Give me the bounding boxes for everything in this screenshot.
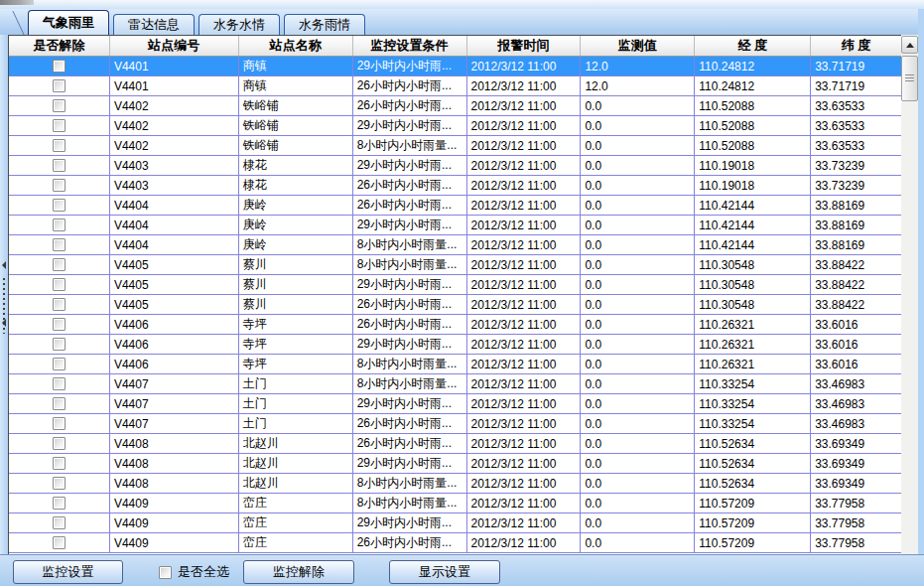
dismiss-checkbox[interactable] (53, 258, 66, 271)
table-row[interactable]: V4407 土门 26小时内小时雨... 2012/3/12 11:00 0.0… (9, 414, 901, 434)
condition-cell: 26小时内小时雨... (353, 434, 467, 453)
dismiss-checkbox[interactable] (53, 477, 66, 490)
table-row[interactable]: V4403 棣花 26小时内小时雨... 2012/3/12 11:00 0.0… (9, 176, 901, 196)
dismiss-checkbox[interactable] (53, 318, 66, 331)
longitude-cell: 110.52634 (695, 474, 811, 493)
latitude-cell: 33.73239 (811, 156, 901, 175)
tab-weather-rainfall[interactable]: 气象雨里 (28, 10, 109, 35)
table-row[interactable]: V4406 寺坪 8小时内小时雨量... 2012/3/12 11:00 0.0… (9, 355, 901, 374)
table-row[interactable]: V4406 寺坪 29小时内小时雨... 2012/3/12 11:00 0.0… (9, 335, 901, 355)
display-settings-button[interactable]: 显示设置 (389, 560, 500, 584)
table-row[interactable]: V4406 寺坪 26小时内小时雨... 2012/3/12 11:00 0.0… (9, 315, 901, 335)
table-row[interactable]: V4409 峦庄 29小时内小时雨... 2012/3/12 11:00 0.0… (9, 513, 901, 533)
monitor-release-button[interactable]: 监控解除 (243, 560, 354, 584)
table-row[interactable]: V4402 铁峪铺 26小时内小时雨... 2012/3/12 11:00 0.… (9, 96, 901, 116)
latitude-cell: 33.77958 (811, 494, 901, 513)
alarm-time-cell: 2012/3/12 11:00 (467, 235, 582, 254)
condition-cell: 26小时内小时雨... (353, 315, 467, 334)
col-header-longitude[interactable]: 经 度 (695, 36, 811, 56)
table-row[interactable]: V4404 庚岭 8小时内小时雨量... 2012/3/12 11:00 0.0… (9, 235, 901, 255)
alarm-time-cell: 2012/3/12 11:00 (467, 136, 582, 155)
station-name-cell: 峦庄 (239, 513, 353, 532)
col-header-latitude[interactable]: 纬 度 (811, 36, 901, 56)
value-cell: 0.0 (581, 96, 695, 115)
dismiss-checkbox[interactable] (53, 358, 66, 370)
dismiss-cell (9, 374, 110, 393)
table-row[interactable]: V4404 庚岭 29小时内小时雨... 2012/3/12 11:00 0.0… (9, 216, 901, 235)
longitude-cell: 110.52088 (695, 136, 811, 155)
longitude-cell: 110.52088 (695, 116, 811, 135)
dismiss-cell (9, 414, 110, 433)
tab-radar-info[interactable]: 雷达信息 (113, 14, 195, 35)
dismiss-cell (9, 494, 110, 513)
col-header-station-id[interactable]: 站点编号 (110, 36, 239, 56)
dismiss-checkbox[interactable] (53, 119, 66, 132)
table-row[interactable]: V4402 铁峪铺 8小时内小时雨量... 2012/3/12 11:00 0.… (9, 136, 901, 156)
table-row[interactable]: V4401 商镇 26小时内小时雨... 2012/3/12 11:00 12.… (9, 76, 901, 96)
vertical-scrollbar[interactable] (901, 35, 918, 554)
table-row[interactable]: V4405 蔡川 26小时内小时雨... 2012/3/12 11:00 0.0… (9, 295, 901, 315)
dismiss-checkbox[interactable] (53, 60, 66, 73)
table-row[interactable]: V4405 蔡川 8小时内小时雨量... 2012/3/12 11:00 0.0… (9, 255, 901, 275)
collapse-left-icon[interactable] (2, 319, 6, 327)
tab-rain-condition[interactable]: 水务雨情 (284, 14, 365, 35)
dismiss-checkbox[interactable] (53, 179, 66, 192)
station-name-cell: 土门 (239, 394, 353, 413)
scrollbar-thumb[interactable] (901, 56, 918, 101)
alarm-time-cell: 2012/3/12 11:00 (467, 374, 582, 393)
dismiss-checkbox[interactable] (53, 298, 66, 311)
select-all-checkbox[interactable] (159, 566, 172, 579)
scroll-up-button[interactable] (901, 36, 918, 54)
dismiss-checkbox[interactable] (53, 238, 66, 251)
longitude-cell: 110.42144 (695, 235, 811, 254)
table-row[interactable]: V4403 棣花 29小时内小时雨... 2012/3/12 11:00 0.0… (9, 156, 901, 176)
dismiss-cell (9, 216, 110, 234)
dismiss-checkbox[interactable] (53, 497, 66, 510)
up-arrow-icon (906, 43, 914, 48)
dismiss-checkbox[interactable] (53, 199, 66, 212)
table-row[interactable]: V4409 峦庄 8小时内小时雨量... 2012/3/12 11:00 0.0… (9, 494, 901, 513)
dismiss-checkbox[interactable] (53, 457, 66, 470)
dismiss-checkbox[interactable] (53, 437, 66, 450)
dismiss-checkbox[interactable] (53, 377, 66, 390)
dismiss-checkbox[interactable] (53, 516, 66, 529)
table-row[interactable]: V4402 铁峪铺 29小时内小时雨... 2012/3/12 11:00 0.… (9, 116, 901, 136)
dismiss-checkbox[interactable] (53, 99, 66, 112)
longitude-cell: 110.33254 (695, 414, 811, 433)
dismiss-checkbox[interactable] (53, 278, 66, 291)
table-row[interactable]: V4404 庚岭 26小时内小时雨... 2012/3/12 11:00 0.0… (9, 196, 901, 216)
value-cell: 0.0 (581, 176, 695, 195)
table-row[interactable]: V4408 北赵川 8小时内小时雨量... 2012/3/12 11:00 0.… (9, 474, 901, 494)
dismiss-checkbox[interactable] (53, 79, 66, 92)
table-row[interactable]: V4401 商镇 29小时内小时雨... 2012/3/12 11:00 12.… (9, 57, 901, 76)
dismiss-checkbox[interactable] (53, 219, 66, 231)
table-row[interactable]: V4408 北赵川 29小时内小时雨... 2012/3/12 11:00 0.… (9, 454, 901, 474)
table-row[interactable]: V4408 北赵川 26小时内小时雨... 2012/3/12 11:00 0.… (9, 434, 901, 454)
col-header-dismiss[interactable]: 是否解除 (9, 36, 110, 56)
dismiss-checkbox[interactable] (53, 536, 66, 549)
monitor-settings-button[interactable]: 监控设置 (13, 560, 123, 584)
collapse-left-icon[interactable] (2, 261, 6, 269)
col-header-station-name[interactable]: 站点名称 (239, 36, 353, 56)
table-row[interactable]: V4407 土门 29小时内小时雨... 2012/3/12 11:00 0.0… (9, 394, 901, 414)
latitude-cell: 33.63533 (811, 116, 901, 135)
table-row[interactable]: V4405 蔡川 29小时内小时雨... 2012/3/12 11:00 0.0… (9, 275, 901, 295)
window-right-frame (918, 9, 924, 586)
col-header-value[interactable]: 监测值 (581, 36, 695, 56)
dismiss-checkbox[interactable] (53, 417, 66, 430)
dismiss-checkbox[interactable] (53, 139, 66, 152)
dismiss-checkbox[interactable] (53, 159, 66, 172)
alarm-time-cell: 2012/3/12 11:00 (467, 96, 582, 115)
value-cell: 0.0 (581, 355, 695, 373)
tab-water-condition[interactable]: 水务水情 (198, 14, 280, 35)
dismiss-checkbox[interactable] (53, 338, 66, 351)
station-id-cell: V4402 (110, 136, 239, 155)
dismiss-checkbox[interactable] (53, 397, 66, 410)
longitude-cell: 110.30548 (695, 255, 811, 274)
value-cell: 0.0 (581, 454, 695, 473)
col-header-condition[interactable]: 监控设置条件 (353, 36, 467, 56)
table-row[interactable]: V4407 土门 8小时内小时雨量... 2012/3/12 11:00 0.0… (9, 374, 901, 394)
left-splitter-bar[interactable] (0, 35, 8, 554)
table-row[interactable]: V4409 峦庄 26小时内小时雨... 2012/3/12 11:00 0.0… (9, 533, 901, 553)
col-header-alarm-time[interactable]: 报警时间 (467, 36, 582, 56)
